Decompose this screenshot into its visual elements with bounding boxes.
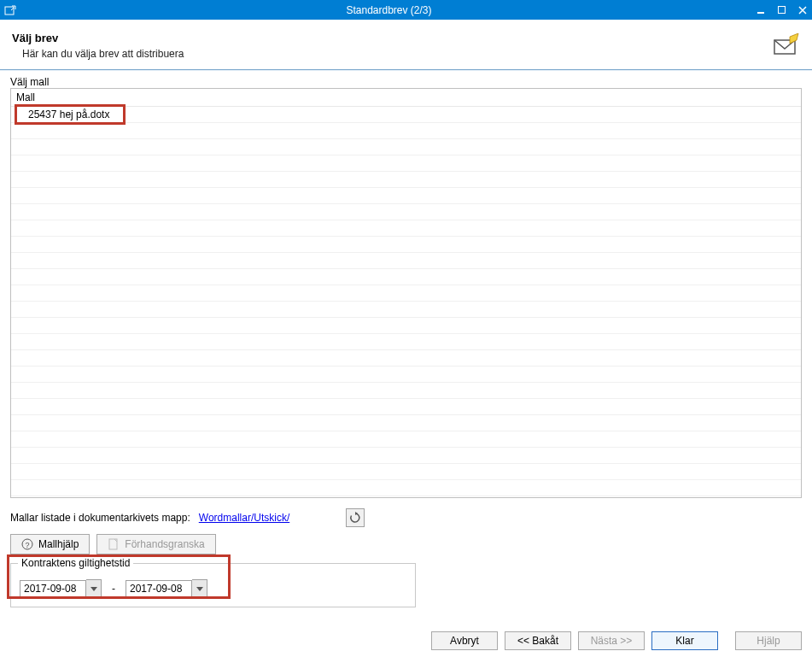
template-list-header[interactable]: Mall — [11, 89, 801, 107]
date-range-separator: - — [108, 583, 119, 595]
back-button[interactable]: << Bakåt — [505, 631, 571, 650]
preview-label: Förhandsgranska — [125, 538, 204, 550]
refresh-button[interactable] — [346, 508, 365, 527]
table-row[interactable] — [11, 285, 801, 302]
header-divider — [0, 69, 812, 71]
minimize-button[interactable] — [756, 4, 768, 16]
titlebar: Standardbrev (2/3) — [0, 0, 812, 20]
template-help-label: Mallhjälp — [38, 538, 79, 550]
table-row[interactable] — [11, 269, 801, 285]
finish-button[interactable]: Klar — [651, 631, 718, 650]
template-help-button[interactable]: ? Mallhjälp — [10, 534, 90, 554]
table-row[interactable] — [11, 318, 801, 334]
table-row[interactable] — [11, 350, 801, 367]
help-icon: ? — [21, 538, 33, 550]
table-row[interactable] — [11, 334, 801, 350]
wizard-footer: Avbryt << Bakåt Nästa >> Klar Hjälp — [431, 631, 802, 650]
svg-text:?: ? — [25, 541, 29, 549]
document-icon — [108, 538, 120, 550]
table-row[interactable] — [11, 399, 801, 415]
validity-to-dropdown[interactable] — [192, 579, 207, 598]
svg-rect-0 — [5, 7, 14, 15]
svg-rect-2 — [779, 6, 786, 13]
table-row[interactable] — [11, 188, 801, 204]
table-row[interactable] — [11, 383, 801, 399]
cancel-button[interactable]: Avbryt — [431, 631, 498, 650]
template-list[interactable]: Mall 25437 hej på.dotx — [10, 88, 802, 498]
page-subtitle: Här kan du välja brev att distribuera — [22, 48, 773, 60]
preview-button: Förhandsgranska — [96, 534, 215, 554]
svg-rect-1 — [757, 12, 764, 14]
table-row[interactable] — [11, 448, 801, 464]
path-link[interactable]: Wordmallar/Utskick/ — [199, 512, 289, 524]
help-button: Hjälp — [735, 631, 802, 650]
table-row[interactable] — [11, 237, 801, 253]
validity-from-dropdown[interactable] — [86, 579, 102, 598]
validity-legend: Kontraktens giltighetstid — [18, 557, 133, 569]
table-row[interactable]: 25437 hej på.dotx — [11, 107, 801, 123]
close-button[interactable] — [797, 4, 809, 16]
table-row[interactable] — [11, 139, 801, 155]
validity-to-input[interactable] — [126, 580, 192, 597]
next-button: Nästa >> — [578, 631, 645, 650]
validity-from-input[interactable] — [20, 580, 86, 597]
table-row[interactable] — [11, 253, 801, 269]
page-title: Välj brev — [12, 32, 773, 44]
table-row[interactable] — [11, 480, 801, 496]
table-row[interactable] — [11, 123, 801, 139]
app-icon — [3, 3, 17, 17]
path-prefix: Mallar listade i dokumentarkivets mapp: — [10, 512, 190, 524]
window-title: Standardbrev (2/3) — [22, 4, 756, 16]
table-row[interactable] — [11, 172, 801, 188]
table-row[interactable] — [11, 302, 801, 318]
table-row[interactable] — [11, 204, 801, 220]
validity-fieldset: Kontraktens giltighetstid - — [10, 563, 416, 607]
table-row[interactable] — [11, 464, 801, 480]
envelope-edit-icon — [773, 33, 800, 61]
table-row[interactable] — [11, 220, 801, 237]
table-row[interactable] — [11, 431, 801, 448]
maximize-button[interactable] — [776, 4, 788, 16]
list-section-label: Välj mall — [10, 76, 802, 88]
table-row[interactable] — [11, 155, 801, 172]
wizard-header: Välj brev Här kan du välja brev att dist… — [10, 20, 802, 69]
table-row[interactable] — [11, 367, 801, 383]
table-row[interactable] — [11, 415, 801, 431]
